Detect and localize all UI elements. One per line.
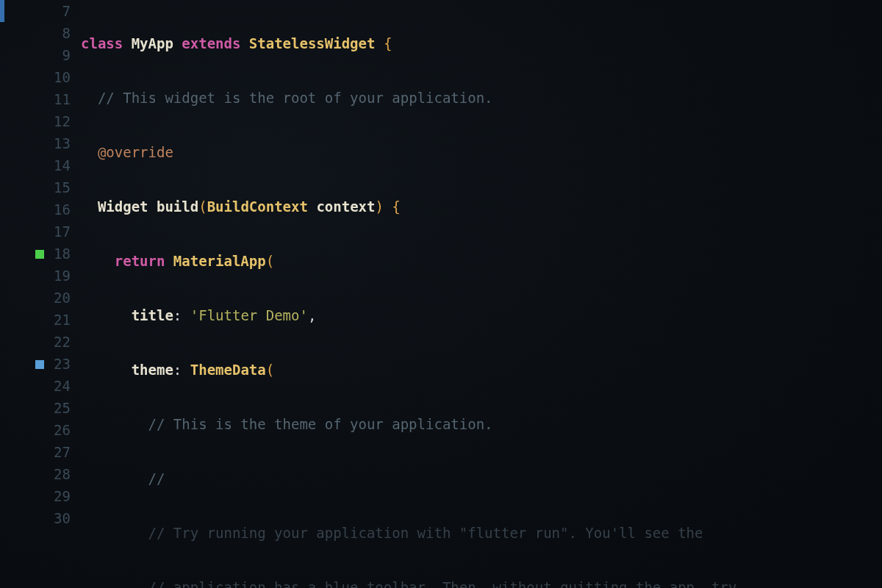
- named-arg: theme: [132, 362, 173, 378]
- line-number: 11: [0, 88, 81, 110]
- brace: {: [384, 35, 392, 51]
- method-name: build: [157, 198, 198, 215]
- comment: // Try running your application with "fl…: [148, 525, 703, 541]
- line-number: 19: [0, 265, 81, 287]
- comment: // application has a blue toolbar. Then,…: [148, 579, 737, 588]
- annotation: @override: [98, 144, 173, 160]
- paren-open: (: [198, 198, 207, 215]
- code-area[interactable]: class MyApp extends StatelessWidget { //…: [81, 0, 882, 588]
- paren-open: (: [266, 253, 274, 269]
- line-number: 24: [0, 375, 81, 397]
- code-line[interactable]: // This is the theme of your application…: [81, 413, 882, 435]
- line-number: 25: [0, 397, 81, 419]
- keyword-return: return: [115, 253, 165, 269]
- constructor: MaterialApp: [173, 253, 266, 269]
- breakpoint-marker-icon[interactable]: [35, 250, 44, 259]
- line-number: 8: [0, 22, 81, 44]
- class-name: MyApp: [132, 35, 173, 51]
- line-number: 16: [0, 198, 81, 220]
- line-number: 28: [0, 463, 81, 485]
- line-number: 29: [0, 485, 81, 507]
- code-line[interactable]: // Try running your application with "fl…: [81, 522, 882, 544]
- line-number: 15: [0, 176, 81, 198]
- line-number: 27: [0, 441, 81, 463]
- line-number: 17: [0, 220, 81, 243]
- code-line[interactable]: //: [81, 467, 882, 490]
- line-number: 13: [0, 132, 81, 154]
- comment: // This is the theme of your application…: [148, 416, 493, 432]
- line-number: 23: [0, 353, 81, 375]
- type-name: StatelessWidget: [249, 35, 376, 51]
- paren-close: ): [375, 198, 383, 215]
- active-line-indicator: [0, 0, 4, 22]
- bookmark-marker-icon[interactable]: [35, 360, 44, 369]
- string-literal: 'Flutter Demo': [190, 307, 308, 323]
- return-type: Widget: [98, 198, 148, 215]
- code-line[interactable]: Widget build(BuildContext context) {: [81, 196, 882, 218]
- constructor: ThemeData: [190, 362, 266, 378]
- colon: :: [173, 362, 182, 378]
- line-number: 30: [0, 507, 81, 529]
- keyword-extends: extends: [182, 35, 240, 51]
- code-line[interactable]: return MaterialApp(: [81, 250, 882, 272]
- line-number: 26: [0, 419, 81, 441]
- line-number: 12: [0, 110, 81, 132]
- line-number: 18: [0, 243, 81, 265]
- named-arg: title: [132, 307, 173, 323]
- code-line[interactable]: title: 'Flutter Demo',: [81, 304, 882, 326]
- line-number: 21: [0, 309, 81, 331]
- line-number: 20: [0, 287, 81, 309]
- code-line[interactable]: class MyApp extends StatelessWidget {: [81, 32, 882, 54]
- comma: ,: [308, 307, 316, 323]
- colon: :: [173, 307, 182, 323]
- line-number-gutter: 7 8 9 10 11 12 13 14 15 16 17 18 19 20 2…: [0, 0, 81, 588]
- param-type: BuildContext: [207, 198, 308, 215]
- code-line[interactable]: @override: [81, 141, 882, 163]
- paren-open: (: [266, 362, 274, 378]
- code-line[interactable]: // This widget is the root of your appli…: [81, 87, 882, 109]
- code-line[interactable]: // application has a blue toolbar. Then,…: [81, 576, 882, 588]
- brace: {: [392, 198, 400, 215]
- param-name: context: [316, 198, 375, 215]
- line-number: 14: [0, 154, 81, 176]
- keyword-class: class: [81, 35, 123, 51]
- line-number: 9: [0, 44, 81, 66]
- line-number: 7: [0, 0, 81, 22]
- comment: //: [148, 470, 165, 487]
- code-line[interactable]: theme: ThemeData(: [81, 359, 882, 381]
- code-editor[interactable]: 7 8 9 10 11 12 13 14 15 16 17 18 19 20 2…: [0, 0, 882, 588]
- line-number: 10: [0, 66, 81, 88]
- line-number: 22: [0, 331, 81, 353]
- comment: // This widget is the root of your appli…: [98, 90, 493, 106]
